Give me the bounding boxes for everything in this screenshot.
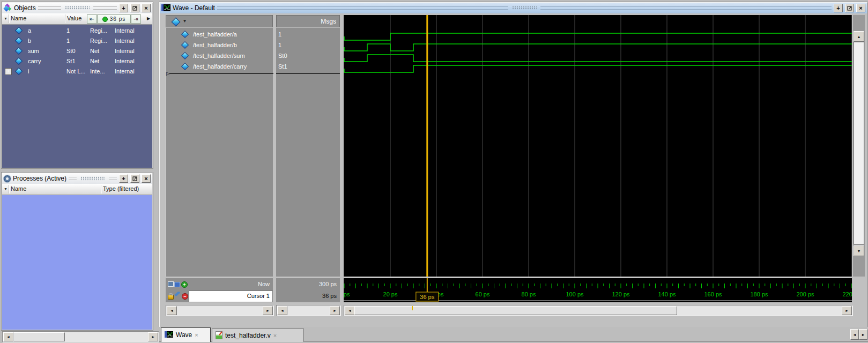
wave-signal-name[interactable]: /test_halfadder/sum (193, 53, 245, 59)
wave-undock-button[interactable] (845, 4, 854, 12)
tab-test-halfadder[interactable]: test_halfadder.v × (212, 329, 304, 342)
title-drag-grip[interactable] (512, 6, 537, 10)
wave-plot-area[interactable] (344, 15, 852, 277)
tab-scroll-right-button[interactable]: ► (859, 329, 867, 340)
wave-signal-row[interactable]: /test_halfadder/b (166, 40, 273, 50)
objects-undock-button[interactable] (130, 4, 139, 12)
signal-kind: Net (90, 48, 99, 54)
wave-signal-name[interactable]: /test_halfadder/b (193, 42, 237, 48)
tab-label[interactable]: Wave (176, 331, 192, 339)
remove-cursor-icon[interactable]: − (182, 293, 188, 300)
names-hscrollbar[interactable]: ◄ ► (166, 305, 274, 316)
wave-signal-row[interactable]: /test_halfadder/sum (166, 50, 273, 61)
signal-kind: Regi... (90, 27, 107, 34)
current-time-badge[interactable]: 36 ps (97, 14, 131, 24)
objects-close-button[interactable]: × (142, 4, 151, 12)
scroll-left-icon[interactable]: ◄ (277, 306, 287, 315)
tab-scroll-left-button[interactable]: ◄ (850, 329, 859, 340)
objects-row[interactable]: +iNot L...Inte...Internal (2, 66, 152, 77)
objects-col-value[interactable]: Value (67, 15, 81, 21)
wave-signal-row[interactable]: /test_halfadder/carry (166, 61, 273, 72)
objects-title-stretch (38, 6, 117, 10)
tab-close-icon[interactable]: × (273, 332, 277, 339)
objects-titlebar[interactable]: Objects + × (2, 3, 152, 13)
wave-signal-name[interactable]: /test_halfadder/carry (193, 63, 247, 70)
add-cursor-icon[interactable]: + (181, 281, 188, 288)
signal-mode: Internal (115, 38, 135, 44)
scrollbar-thumb[interactable] (13, 332, 65, 341)
dropdown-icon[interactable]: ▾ (183, 18, 186, 24)
scroll-right-icon[interactable]: ► (263, 306, 273, 315)
wave-close-button[interactable]: × (856, 4, 865, 12)
objects-row[interactable]: sumSt0NetInternal (2, 46, 152, 56)
cursor-name[interactable]: Cursor 1 (247, 293, 270, 299)
wave-msgs-column: 11St0St1 (276, 28, 340, 277)
cursor-flag-text: 36 ps (420, 294, 434, 300)
timeline-ruler[interactable]: 0 ps20 ps40 ps60 ps80 ps100 ps120 ps140 … (344, 278, 852, 302)
waveform-sum (344, 55, 852, 62)
objects-row[interactable]: b1Regi...Internal (2, 36, 152, 46)
scroll-up-icon[interactable]: ▲ (854, 31, 864, 42)
wave-hscrollbar[interactable]: ◄ ► (344, 305, 853, 316)
processes-undock-button[interactable] (130, 174, 139, 183)
processes-col-type[interactable]: Type (filtered) (103, 185, 139, 192)
wave-msgs-header[interactable]: Msgs (276, 15, 340, 27)
wave-signal-row[interactable]: /test_halfadder/a (166, 29, 273, 40)
processes-col-name[interactable]: Name (11, 185, 26, 192)
scroll-down-icon[interactable]: ▼ (854, 245, 864, 256)
cursor-row-msgs: 36 ps (276, 290, 340, 302)
cursor-name-field[interactable]: Cursor 1 (189, 290, 273, 302)
msgs-hscrollbar[interactable]: ◄ ► (276, 305, 341, 316)
signal-diamond-icon (15, 27, 23, 34)
scroll-left-icon[interactable]: ◄ (345, 306, 355, 315)
objects-row[interactable]: a1Regi...Internal (2, 26, 152, 36)
now-value: 300 ps (319, 281, 337, 287)
timeline-canvas[interactable]: 0 ps20 ps40 ps60 ps80 ps100 ps120 ps140 … (344, 278, 852, 302)
wrench-icon[interactable] (175, 292, 180, 296)
signal-kind: Net (90, 58, 99, 64)
wave-add-button[interactable]: + (834, 4, 843, 12)
objects-header-more-icon[interactable]: ▶ (147, 16, 150, 21)
processes-body[interactable] (2, 195, 152, 330)
left-dock: Objects + × ▼ Name Value ⇤ 36 ps ⇥ ▶ (0, 0, 159, 343)
objects-col-name[interactable]: Name (11, 15, 26, 21)
dock-hscrollbar[interactable]: ◄ ► (2, 331, 159, 342)
objects-add-button[interactable]: + (119, 4, 128, 12)
scroll-left-icon[interactable]: ◄ (167, 306, 177, 315)
insertion-line (169, 73, 273, 74)
scrollbar-thumb[interactable] (354, 306, 677, 315)
objects-body: a1Regi...Internalb1Regi...InternalsumSt0… (2, 25, 152, 168)
find-next-edge-button[interactable]: ⇥ (131, 14, 141, 24)
waveform-canvas[interactable] (344, 15, 852, 277)
cursor-flag[interactable]: 36 ps (416, 292, 439, 301)
title-drag-grip[interactable] (80, 176, 105, 181)
wave-titlebar[interactable]: Wave - Default + × (160, 3, 867, 13)
scroll-right-icon[interactable]: ► (842, 306, 852, 315)
tab-close-icon[interactable]: × (195, 332, 198, 338)
filter-icon[interactable]: ▼ (4, 17, 8, 20)
title-drag-grip[interactable] (65, 6, 90, 10)
lock-icon[interactable] (168, 295, 174, 300)
expander-plus-icon[interactable]: + (5, 68, 12, 75)
signal-kind: Inte... (90, 68, 105, 74)
timeline-label: 80 ps (522, 291, 536, 297)
signal-name: b (28, 38, 31, 44)
tab-wave[interactable]: Wave × (161, 327, 211, 342)
signal-diamond-icon (181, 63, 189, 70)
scroll-right-icon[interactable]: ► (330, 306, 340, 315)
filter-icon[interactable]: ▼ (4, 187, 8, 191)
layers-icon (174, 282, 180, 287)
scroll-left-icon[interactable]: ◄ (3, 332, 13, 341)
vscrollbar-track[interactable] (854, 42, 864, 244)
processes-add-button[interactable]: + (119, 174, 128, 183)
waveform-carry (344, 65, 852, 72)
processes-titlebar[interactable]: Processes (Active) + × (2, 173, 152, 184)
processes-close-button[interactable]: × (142, 174, 151, 183)
tab-label[interactable]: test_halfadder.v (225, 332, 271, 339)
wave-signal-name[interactable]: /test_halfadder/a (193, 31, 237, 38)
objects-row[interactable]: carrySt1NetInternal (2, 56, 152, 66)
signal-value: St1 (66, 58, 76, 64)
find-previous-edge-button[interactable]: ⇤ (87, 14, 97, 24)
wave-names-header[interactable]: ▾ (166, 15, 273, 27)
scroll-right-icon[interactable]: ► (148, 332, 158, 341)
